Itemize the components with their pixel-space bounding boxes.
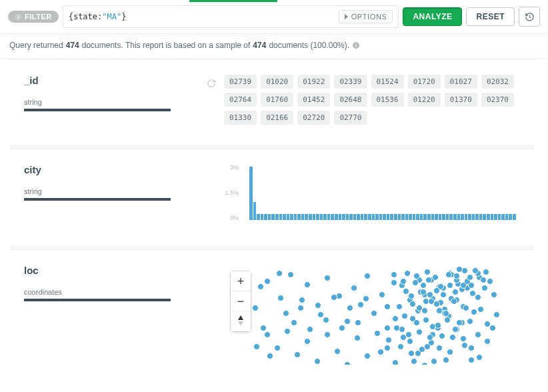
map-point[interactable] bbox=[392, 315, 399, 322]
chart-bar[interactable] bbox=[461, 214, 464, 220]
map-point[interactable] bbox=[460, 335, 467, 342]
map-point[interactable] bbox=[351, 285, 357, 291]
map-zoom-out-button[interactable]: − bbox=[231, 291, 251, 311]
chart-bar[interactable] bbox=[261, 214, 264, 220]
map-point[interactable] bbox=[452, 289, 459, 295]
map-point[interactable] bbox=[416, 329, 423, 335]
map-point[interactable] bbox=[449, 334, 456, 341]
chart-bar[interactable] bbox=[387, 214, 390, 220]
value-chip[interactable]: 01027 bbox=[445, 75, 477, 89]
value-chip[interactable]: 01020 bbox=[261, 75, 293, 89]
chart-bar[interactable] bbox=[305, 214, 308, 220]
value-chip[interactable]: 02764 bbox=[224, 93, 257, 107]
chart-bar[interactable] bbox=[487, 214, 490, 220]
type-distribution-bar[interactable] bbox=[24, 198, 171, 201]
map-point[interactable] bbox=[468, 357, 475, 363]
chart-bar[interactable] bbox=[491, 214, 494, 220]
value-chip[interactable]: 01922 bbox=[297, 75, 330, 89]
map-point[interactable] bbox=[456, 319, 463, 326]
map-point[interactable] bbox=[324, 331, 331, 338]
map-point[interactable] bbox=[274, 345, 281, 351]
chart-bar[interactable] bbox=[313, 214, 316, 220]
value-chip[interactable]: 01220 bbox=[408, 93, 441, 107]
map-point[interactable] bbox=[393, 325, 400, 331]
chart-bar[interactable] bbox=[509, 214, 512, 220]
map-point[interactable] bbox=[363, 295, 369, 302]
map-point[interactable] bbox=[384, 345, 391, 351]
map-point[interactable] bbox=[392, 359, 399, 365]
resample-button[interactable] bbox=[207, 79, 216, 90]
map-point[interactable] bbox=[385, 337, 392, 343]
map-point[interactable] bbox=[471, 309, 477, 315]
value-chip[interactable]: 01330 bbox=[224, 111, 257, 125]
map-point[interactable] bbox=[287, 271, 294, 278]
map-point[interactable] bbox=[374, 330, 381, 337]
chart-bar[interactable] bbox=[468, 214, 471, 220]
map-point[interactable] bbox=[421, 362, 428, 365]
chart-bar[interactable] bbox=[423, 214, 427, 220]
map-point[interactable] bbox=[439, 333, 445, 339]
map-point[interactable] bbox=[483, 269, 489, 275]
chart-bar[interactable] bbox=[372, 214, 375, 220]
map-point[interactable] bbox=[420, 282, 427, 289]
map-point[interactable] bbox=[264, 278, 271, 285]
map-point[interactable] bbox=[463, 305, 469, 311]
chart-bar[interactable] bbox=[383, 214, 386, 220]
map-point[interactable] bbox=[475, 331, 481, 338]
chart-bar[interactable] bbox=[498, 214, 501, 220]
map-point[interactable] bbox=[424, 269, 431, 275]
value-chip[interactable]: 01452 bbox=[297, 93, 330, 107]
map-point[interactable] bbox=[344, 361, 351, 365]
chart-bar[interactable] bbox=[253, 202, 257, 220]
map-point[interactable] bbox=[411, 358, 417, 365]
map-point[interactable] bbox=[323, 317, 329, 323]
map-point[interactable] bbox=[460, 282, 467, 289]
chart-bar[interactable] bbox=[398, 214, 401, 220]
map-point[interactable] bbox=[264, 331, 271, 338]
chart-bar[interactable] bbox=[357, 214, 360, 220]
map-zoom-in-button[interactable]: + bbox=[231, 271, 251, 291]
coordinates-map[interactable]: + − bbox=[224, 265, 516, 365]
map-point[interactable] bbox=[408, 350, 415, 357]
map-point[interactable] bbox=[447, 282, 453, 289]
value-chip[interactable]: 02166 bbox=[261, 111, 293, 125]
map-point[interactable] bbox=[400, 278, 407, 285]
map-point[interactable] bbox=[451, 298, 457, 305]
map-point[interactable] bbox=[396, 303, 403, 310]
map-point[interactable] bbox=[427, 291, 433, 298]
map-point[interactable] bbox=[347, 305, 353, 311]
map-point[interactable] bbox=[391, 279, 397, 286]
chart-bar[interactable] bbox=[479, 214, 483, 220]
map-point[interactable] bbox=[324, 275, 331, 281]
chart-bar[interactable] bbox=[268, 214, 271, 220]
map-point[interactable] bbox=[436, 345, 443, 351]
options-button[interactable]: OPTIONS bbox=[339, 10, 393, 23]
map-point[interactable] bbox=[257, 283, 264, 290]
map-point[interactable] bbox=[283, 310, 289, 317]
map-point[interactable] bbox=[481, 285, 488, 291]
map-point[interactable] bbox=[419, 346, 425, 353]
map-point[interactable] bbox=[284, 328, 291, 335]
chart-bar[interactable] bbox=[320, 214, 323, 220]
map-point[interactable] bbox=[405, 331, 412, 338]
chart-bar[interactable] bbox=[439, 214, 442, 220]
map-point[interactable] bbox=[445, 271, 452, 278]
chart-bar[interactable] bbox=[449, 214, 453, 220]
chart-bar[interactable] bbox=[290, 214, 293, 220]
chart-bar[interactable] bbox=[483, 214, 486, 220]
chart-bar[interactable] bbox=[264, 214, 267, 220]
map-point[interactable] bbox=[409, 301, 416, 307]
map-point[interactable] bbox=[432, 274, 439, 281]
map-point[interactable] bbox=[440, 291, 447, 298]
map-point[interactable] bbox=[253, 343, 260, 350]
map-point[interactable] bbox=[307, 326, 313, 333]
map-point[interactable] bbox=[314, 358, 321, 365]
map-point[interactable] bbox=[477, 306, 484, 313]
chart-bar[interactable] bbox=[442, 214, 445, 220]
map-point[interactable] bbox=[443, 357, 449, 363]
map-point[interactable] bbox=[384, 325, 391, 331]
map-point[interactable] bbox=[435, 322, 441, 329]
chart-bar[interactable] bbox=[287, 214, 290, 220]
chart-bar[interactable] bbox=[368, 214, 371, 220]
map-point[interactable] bbox=[408, 293, 415, 299]
